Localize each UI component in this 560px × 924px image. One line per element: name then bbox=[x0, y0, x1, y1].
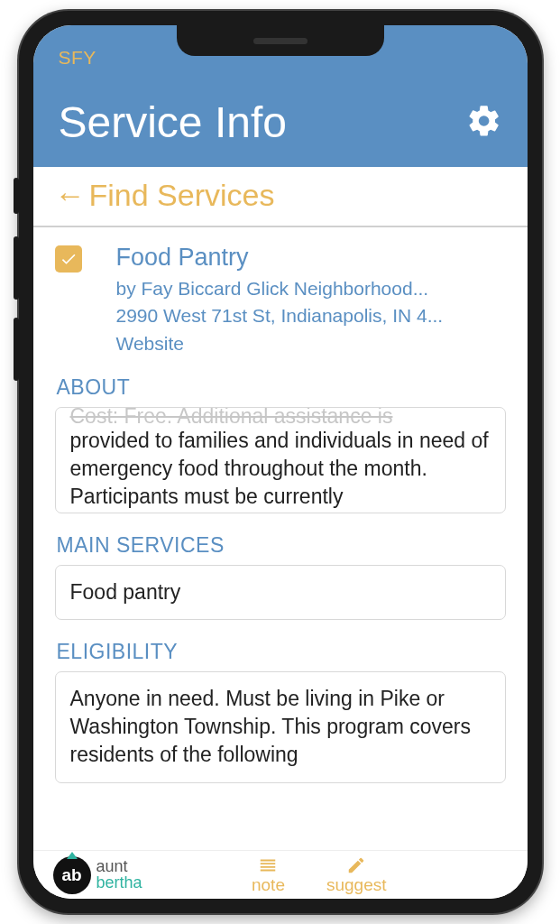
note-label: note bbox=[252, 875, 285, 895]
service-address[interactable]: 2990 West 71st St, Indianapolis, IN 4... bbox=[116, 302, 506, 329]
page-title: Service Info bbox=[59, 97, 287, 147]
brand-badge: ab bbox=[53, 856, 91, 894]
brand[interactable]: ab aunt bertha bbox=[53, 856, 142, 894]
eligibility-text: Anyone in need. Must be living in Pike o… bbox=[70, 687, 471, 766]
note-button[interactable]: note bbox=[252, 855, 285, 895]
phone-volume-down bbox=[14, 318, 19, 381]
brand-line2: bertha bbox=[96, 875, 142, 891]
about-box[interactable]: Cost: Free. Additional assistance is pro… bbox=[55, 407, 506, 513]
screen: SFY Service Info ← Find Services Food Pa… bbox=[33, 25, 528, 899]
check-icon bbox=[60, 250, 78, 268]
pencil-icon bbox=[344, 855, 368, 875]
brand-badge-text: ab bbox=[61, 865, 81, 885]
settings-button[interactable] bbox=[466, 103, 502, 143]
phone-volume-up bbox=[14, 236, 19, 300]
main-services-text: Food pantry bbox=[70, 580, 181, 604]
gear-icon bbox=[466, 103, 502, 139]
bottom-actions: note suggest bbox=[252, 855, 387, 895]
service-provider[interactable]: by Fay Biccard Glick Neighborhood... bbox=[116, 275, 506, 302]
main-services-label: MAIN SERVICES bbox=[57, 533, 506, 558]
service-website-link[interactable]: Website bbox=[116, 330, 506, 357]
about-text: provided to families and individuals in … bbox=[70, 429, 489, 508]
brand-text: aunt bertha bbox=[96, 859, 142, 890]
service-checkbox[interactable] bbox=[55, 245, 82, 273]
back-label: Find Services bbox=[89, 178, 275, 213]
phone-notch bbox=[177, 25, 384, 56]
service-info: Food Pantry by Fay Biccard Glick Neighbo… bbox=[116, 244, 506, 357]
clipped-prev-line: Cost: Free. Additional assistance is bbox=[70, 407, 491, 430]
brand-line1: aunt bbox=[96, 859, 142, 874]
phone-side-button bbox=[14, 178, 19, 214]
note-icon bbox=[256, 855, 280, 875]
main-services-box[interactable]: Food pantry bbox=[55, 565, 506, 620]
about-label: ABOUT bbox=[57, 375, 506, 400]
eligibility-label: ELIGIBILITY bbox=[57, 640, 506, 664]
bottom-bar: ab aunt bertha note suggest bbox=[33, 850, 528, 899]
service-name[interactable]: Food Pantry bbox=[116, 244, 506, 272]
content-area: Food Pantry by Fay Biccard Glick Neighbo… bbox=[33, 227, 528, 850]
suggest-button[interactable]: suggest bbox=[326, 855, 387, 895]
arrow-left-icon: ← bbox=[55, 178, 86, 213]
back-link[interactable]: ← Find Services bbox=[55, 178, 506, 213]
eligibility-box[interactable]: Anyone in need. Must be living in Pike o… bbox=[55, 671, 506, 782]
service-header: Food Pantry by Fay Biccard Glick Neighbo… bbox=[55, 244, 506, 357]
nav-bar: ← Find Services bbox=[33, 167, 528, 227]
phone-frame: SFY Service Info ← Find Services Food Pa… bbox=[19, 11, 542, 913]
suggest-label: suggest bbox=[326, 875, 387, 895]
